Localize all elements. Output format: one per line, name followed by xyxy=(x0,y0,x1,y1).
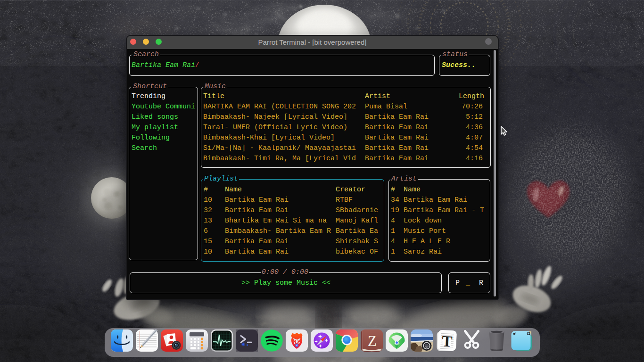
svg-text:Z: Z xyxy=(368,333,377,349)
svg-text:T: T xyxy=(441,332,453,350)
